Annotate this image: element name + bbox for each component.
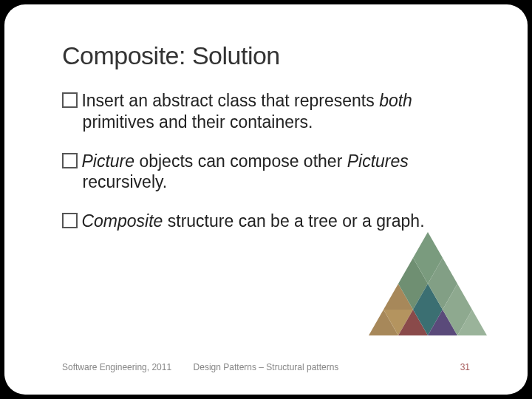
footer-page-number: 31: [460, 362, 470, 372]
bullet-emph: Picture: [81, 151, 134, 171]
footer: Software Engineering, 2011 Design Patter…: [4, 362, 528, 377]
bullet-item: Picture objects can compose other Pictur…: [62, 151, 476, 194]
bullet-emph: Composite: [81, 211, 163, 231]
triangle-decoration-icon: [369, 232, 487, 335]
bullet-marker-icon: [62, 213, 78, 228]
footer-center: Design Patterns – Structural patterns: [4, 362, 528, 372]
page-title: Composite: Solution: [62, 41, 280, 70]
bullet-text: structure can be a tree or a graph.: [163, 211, 424, 231]
slide: Composite: Solution Insert an abstract c…: [4, 4, 528, 395]
bullet-item: Insert an abstract class that represents…: [62, 90, 476, 133]
bullet-text: primitives and their containers.: [83, 112, 313, 132]
bullet-text: objects can compose other: [134, 151, 347, 171]
bullet-marker-icon: [62, 153, 78, 168]
svg-marker-0: [413, 232, 443, 258]
bullet-marker-icon: [62, 92, 78, 108]
bullet-text: recursively.: [83, 172, 168, 191]
bullet-emph: both: [379, 91, 412, 110]
bullet-item: Composite structure can be a tree or a g…: [62, 211, 476, 232]
body-text: Insert an abstract class that represents…: [62, 90, 476, 250]
bullet-text: Insert an abstract class that represents: [81, 91, 379, 110]
bullet-emph: Pictures: [347, 151, 409, 171]
